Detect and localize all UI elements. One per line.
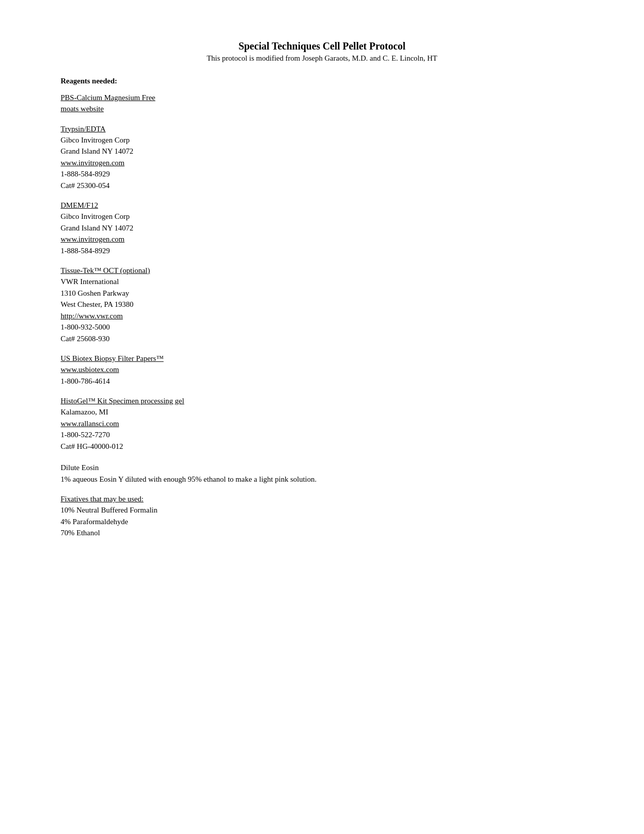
reagent-fixatives-item3: 70% Ethanol: [61, 527, 583, 539]
reagent-histogel-website[interactable]: www.rallansci.com: [61, 418, 583, 430]
reagent-tissue-tek-company: VWR International: [61, 276, 583, 288]
reagent-dmem-location: Grand Island NY 14072: [61, 222, 583, 234]
reagent-trypsin-name: Trypsin/EDTA: [61, 125, 583, 133]
page-subtitle: This protocol is modified from Joseph Ga…: [61, 54, 583, 63]
reagent-tissue-tek-phone: 1-800-932-5000: [61, 321, 583, 333]
reagent-usbiotex-name: US Biotex Biopsy Filter Papers™: [61, 354, 583, 363]
reagent-fixatives-name: Fixatives that may be used:: [61, 495, 583, 503]
reagent-dmem-company: Gibco Invitrogen Corp: [61, 211, 583, 222]
reagent-dmem-name: DMEM/F12: [61, 201, 583, 210]
reagent-trypsin-phone: 1-888-584-8929: [61, 168, 583, 180]
reagent-trypsin-cat: Cat# 25300-054: [61, 180, 583, 192]
reagent-histogel-phone: 1-800-522-7270: [61, 429, 583, 441]
reagent-fixatives-item1: 10% Neutral Buffered Formalin: [61, 504, 583, 516]
reagent-trypsin: Trypsin/EDTA Gibco Invitrogen Corp Grand…: [61, 125, 583, 192]
reagent-histogel-cat: Cat# HG-40000-012: [61, 441, 583, 452]
reagent-usbiotex-phone: 1-800-786-4614: [61, 376, 583, 387]
reagent-tissue-tek-website[interactable]: http://www.vwr.com: [61, 310, 583, 322]
reagent-usbiotex: US Biotex Biopsy Filter Papers™ www.usbi…: [61, 354, 583, 387]
reagent-pbs-link[interactable]: moats website: [61, 103, 583, 115]
reagent-fixatives: Fixatives that may be used: 10% Neutral …: [61, 495, 583, 539]
reagent-pbs-name: PBS-Calcium Magnesium Free: [61, 94, 583, 102]
reagent-histogel-location: Kalamazoo, MI: [61, 406, 583, 418]
reagent-tissue-tek-address: 1310 Goshen Parkway: [61, 288, 583, 299]
reagent-tissue-tek: Tissue-Tek™ OCT (optional) VWR Internati…: [61, 266, 583, 344]
reagent-dmem-phone: 1-888-584-8929: [61, 245, 583, 257]
page-title: Special Techniques Cell Pellet Protocol: [61, 40, 583, 52]
reagent-eosin: Dilute Eosin 1% aqueous Eosin Y diluted …: [61, 462, 583, 485]
reagent-eosin-description: 1% aqueous Eosin Y diluted with enough 9…: [61, 474, 583, 485]
reagent-dmem-website[interactable]: www.invitrogen.com: [61, 234, 583, 245]
reagent-trypsin-company: Gibco Invitrogen Corp: [61, 134, 583, 146]
reagent-histogel-name: HistoGel™ Kit Specimen processing gel: [61, 397, 583, 405]
reagent-tissue-tek-cat: Cat# 25608-930: [61, 333, 583, 345]
reagent-eosin-name: Dilute Eosin: [61, 462, 583, 474]
reagent-fixatives-item2: 4% Paraformaldehyde: [61, 516, 583, 528]
reagent-dmem: DMEM/F12 Gibco Invitrogen Corp Grand Isl…: [61, 201, 583, 256]
reagent-tissue-tek-city: West Chester, PA 19380: [61, 299, 583, 310]
reagent-histogel: HistoGel™ Kit Specimen processing gel Ka…: [61, 397, 583, 452]
reagents-heading: Reagents needed:: [61, 77, 583, 85]
reagent-trypsin-website[interactable]: www.invitrogen.com: [61, 157, 583, 169]
reagent-trypsin-location: Grand Island NY 14072: [61, 146, 583, 157]
reagent-pbs: PBS-Calcium Magnesium Free moats website: [61, 94, 583, 115]
reagent-usbiotex-website[interactable]: www.usbiotex.com: [61, 364, 583, 376]
reagent-tissue-tek-name: Tissue-Tek™ OCT (optional): [61, 266, 583, 275]
